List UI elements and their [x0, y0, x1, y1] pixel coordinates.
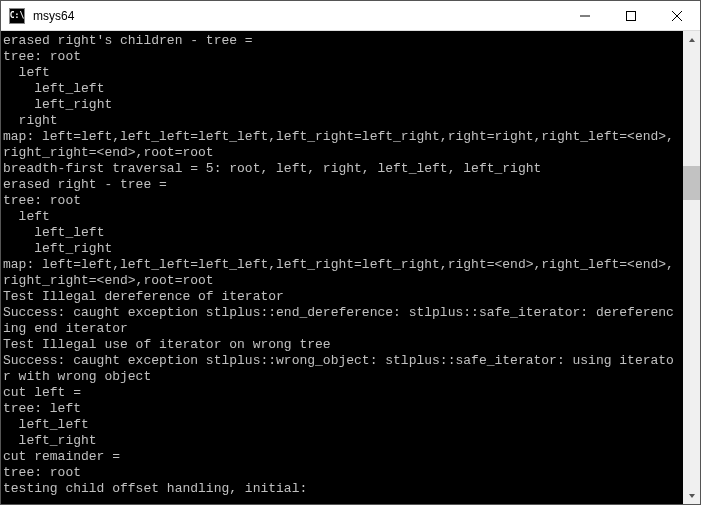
console-line: cut remainder =: [3, 449, 679, 465]
minimize-icon: [580, 11, 590, 21]
console-line: cut left =: [3, 385, 679, 401]
console-line: left_left: [3, 81, 679, 97]
console-line: left: [3, 209, 679, 225]
console-line: left_left: [3, 417, 679, 433]
minimize-button[interactable]: [562, 1, 608, 30]
console-line: tree: root: [3, 465, 679, 481]
console-line: tree: root: [3, 49, 679, 65]
window-title: msys64: [31, 9, 562, 23]
close-button[interactable]: [654, 1, 700, 30]
console-line: erased right's children - tree =: [3, 33, 679, 49]
console-line: left_right: [3, 241, 679, 257]
maximize-icon: [626, 11, 636, 21]
console-line: testing child offset handling, initial:: [3, 481, 679, 497]
maximize-button[interactable]: [608, 1, 654, 30]
svg-marker-4: [689, 38, 695, 42]
scroll-down-arrow-icon[interactable]: [683, 487, 700, 504]
console-line: map: left=left,left_left=left_left,left_…: [3, 129, 679, 161]
console-line: tree: root: [3, 193, 679, 209]
titlebar[interactable]: C:\ msys64: [1, 1, 700, 31]
svg-rect-1: [627, 11, 636, 20]
scroll-up-arrow-icon[interactable]: [683, 31, 700, 48]
console-line: Test Illegal use of iterator on wrong tr…: [3, 337, 679, 353]
console-line: erased right - tree =: [3, 177, 679, 193]
console-area[interactable]: erased right's children - tree =tree: ro…: [1, 31, 700, 504]
scrollbar-track[interactable]: [683, 48, 700, 487]
console-line: left: [3, 65, 679, 81]
console-line: breadth-first traversal = 5: root, left,…: [3, 161, 679, 177]
app-icon: C:\: [9, 8, 25, 24]
vertical-scrollbar[interactable]: [683, 31, 700, 504]
window-controls: [562, 1, 700, 30]
console-line: Success: caught exception stlplus::end_d…: [3, 305, 679, 337]
console-line: left_left: [3, 225, 679, 241]
console-line: left_right: [3, 97, 679, 113]
console-output: erased right's children - tree =tree: ro…: [1, 31, 683, 499]
console-line: tree: left: [3, 401, 679, 417]
console-line: Success: caught exception stlplus::wrong…: [3, 353, 679, 385]
close-icon: [672, 11, 682, 21]
console-line: left_right: [3, 433, 679, 449]
scrollbar-thumb[interactable]: [683, 166, 700, 200]
console-line: Test Illegal dereference of iterator: [3, 289, 679, 305]
console-line: right: [3, 113, 679, 129]
svg-marker-5: [689, 494, 695, 498]
console-line: map: left=left,left_left=left_left,left_…: [3, 257, 679, 289]
